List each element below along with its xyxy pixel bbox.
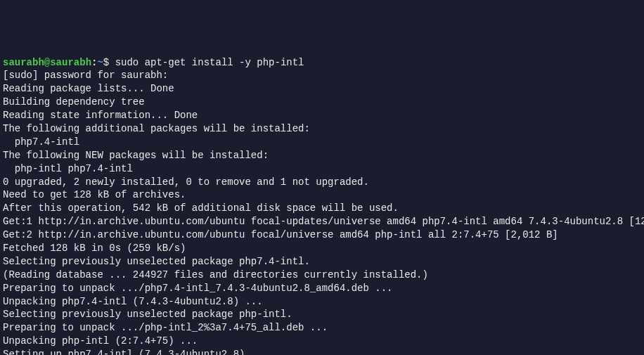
output-line: 0 upgraded, 2 newly installed, 0 to remo… (3, 176, 369, 188)
prompt-user: saurabh (3, 57, 44, 68)
output-line: Preparing to unpack .../php-intl_2%3a7.4… (3, 322, 328, 333)
output-line: Unpacking php7.4-intl (7.4.3-4ubuntu2.8)… (3, 296, 263, 307)
terminal[interactable]: saurabh@saurabh:~$ sudo apt-get install … (3, 56, 641, 355)
output-line: The following additional packages will b… (3, 123, 310, 134)
prompt-path: ~ (97, 57, 103, 68)
prompt-at: @ (44, 57, 50, 68)
output-line: Reading package lists... Done (3, 83, 174, 94)
output-line: Get:2 http://in.archive.ubuntu.com/ubunt… (3, 229, 558, 240)
output-line: php7.4-intl (3, 136, 79, 148)
output-line: Unpacking php-intl (2:7.4+75) ... (3, 335, 198, 347)
output-line: [sudo] password for saurabh: (3, 70, 174, 81)
output-line: Building dependency tree (3, 96, 186, 108)
prompt-line-1: saurabh@saurabh:~$ sudo apt-get install … (3, 57, 304, 68)
output-line: After this operation, 542 kB of addition… (3, 202, 399, 214)
output-line: The following NEW packages will be insta… (3, 150, 269, 161)
output-line: Need to get 128 kB of archives. (3, 189, 186, 200)
output-line: Fetched 128 kB in 0s (259 kB/s) (3, 243, 210, 254)
output-line: (Reading database ... 244927 files and d… (3, 269, 428, 280)
output-line: Reading state information... Done (3, 110, 198, 121)
prompt-host: saurabh (50, 57, 91, 68)
output-line: Get:1 http://in.archive.ubuntu.com/ubunt… (3, 216, 644, 227)
output-line: Setting up php7.4-intl (7.4.3-4ubuntu2.8… (3, 349, 269, 355)
prompt-symbol: $ (103, 57, 109, 68)
output-line: php-intl php7.4-intl (3, 163, 133, 174)
output-line: Preparing to unpack .../php7.4-intl_7.4.… (3, 283, 393, 294)
command-text: sudo apt-get install -y php-intl (115, 57, 304, 68)
output-line: Selecting previously unselected package … (3, 309, 292, 320)
output-line: Selecting previously unselected package … (3, 256, 310, 267)
